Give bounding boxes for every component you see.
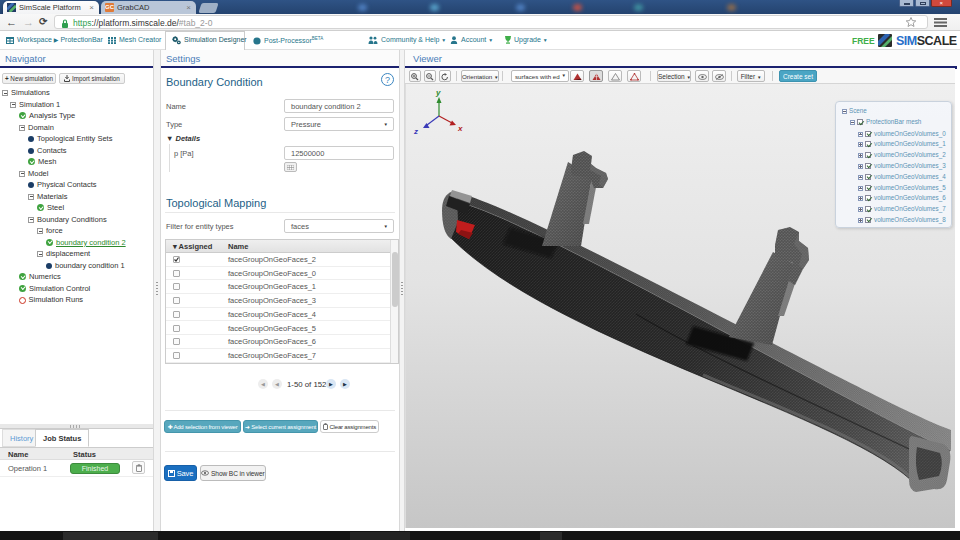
svg-text:x: x	[457, 124, 463, 133]
svg-text:y: y	[435, 88, 441, 97]
svg-text:z: z	[413, 127, 418, 136]
